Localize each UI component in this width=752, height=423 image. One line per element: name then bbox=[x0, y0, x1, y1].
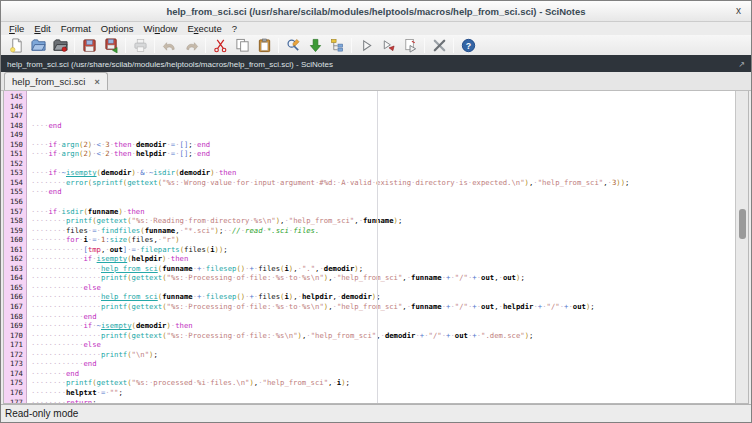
line-number: 167 bbox=[4, 302, 23, 312]
find-replace-button[interactable] bbox=[282, 36, 304, 55]
menu-format[interactable]: Format bbox=[56, 22, 96, 35]
code-line[interactable]: ····if·argn(2)·<·2·then·helpdir·=·[];·en… bbox=[31, 149, 735, 159]
code-line[interactable]: ····end bbox=[31, 187, 735, 197]
find-replace-icon bbox=[286, 38, 301, 53]
status-text: Read-only mode bbox=[5, 408, 78, 419]
code-line[interactable]: ············end bbox=[31, 312, 735, 322]
window-close-button[interactable]: x bbox=[736, 4, 741, 18]
code-line[interactable]: ····if·argn(2)·<·3·then·demodir·=·[];·en… bbox=[31, 140, 735, 150]
code-line[interactable]: ············else bbox=[31, 340, 735, 350]
code-line[interactable]: ················help_from_sci(funname·+·… bbox=[31, 292, 735, 302]
toolbar-separator bbox=[125, 38, 126, 53]
frame-titlebar: help_from_sci.sci (/usr/share/scilab/mod… bbox=[1, 56, 751, 72]
code-line[interactable]: ············if·isempty(helpdir)·then bbox=[31, 254, 735, 264]
code-navigator-button[interactable] bbox=[326, 36, 348, 55]
line-number: 149 bbox=[4, 130, 23, 140]
print-button[interactable] bbox=[129, 36, 151, 55]
preferences-button[interactable] bbox=[428, 36, 450, 55]
paste-icon bbox=[257, 38, 272, 53]
menu-file[interactable]: File bbox=[4, 22, 29, 35]
code-line[interactable]: ············if·~isempty(demodir)·then bbox=[31, 321, 735, 331]
line-number: 146 bbox=[4, 102, 23, 112]
redo-icon bbox=[184, 38, 199, 53]
code-line[interactable]: ········return; bbox=[31, 398, 735, 404]
code-line[interactable]: ················printf(gettext("%s:·Proc… bbox=[31, 273, 735, 283]
line-number: 161 bbox=[4, 245, 23, 255]
toolbar-separator bbox=[351, 38, 352, 53]
line-number: 151 bbox=[4, 149, 23, 159]
help-icon: ? bbox=[461, 38, 476, 53]
code-line[interactable]: ············else bbox=[31, 283, 735, 293]
code-line[interactable]: ········printf(gettext("%s:·Reading·from… bbox=[31, 216, 735, 226]
code-line[interactable]: ········helptxt·=·""; bbox=[31, 388, 735, 398]
paste-button[interactable] bbox=[253, 36, 275, 55]
line-number: 158 bbox=[4, 216, 23, 226]
vertical-scrollbar[interactable] bbox=[735, 91, 748, 403]
line-number: 147 bbox=[4, 111, 23, 121]
line-number: 169 bbox=[4, 321, 23, 331]
code-line[interactable]: ········end bbox=[31, 369, 735, 379]
code-line[interactable]: ················printf(gettext("%s:·Proc… bbox=[31, 302, 735, 312]
copy-button[interactable] bbox=[231, 36, 253, 55]
cut-button[interactable] bbox=[209, 36, 231, 55]
code-line[interactable]: ················printf(gettext("%s:·Proc… bbox=[31, 331, 735, 341]
undo-icon bbox=[162, 38, 177, 53]
tab-close-icon[interactable]: × bbox=[94, 77, 99, 87]
code-line[interactable]: ········files·=·findfiles(funname,·"*.sc… bbox=[31, 226, 735, 236]
menu-help[interactable]: ? bbox=[227, 22, 242, 35]
save-as-button[interactable] bbox=[100, 36, 122, 55]
code-line[interactable]: ············[tmp,·out]·=·fileparts(files… bbox=[31, 245, 735, 255]
code-line[interactable]: ········for·i·=·1:size(files,·"r") bbox=[31, 235, 735, 245]
execute-file-button[interactable] bbox=[355, 36, 377, 55]
open-in-scilab-button[interactable] bbox=[49, 36, 71, 55]
code-line[interactable]: ········error(sprintf(gettext("%s:·Wrong… bbox=[31, 178, 735, 188]
copy-icon bbox=[235, 38, 250, 53]
line-number: 162 bbox=[4, 254, 23, 264]
undo-button[interactable] bbox=[158, 36, 180, 55]
toolbar-separator bbox=[205, 38, 206, 53]
line-number: 165 bbox=[4, 283, 23, 293]
line-number: 175 bbox=[4, 378, 23, 388]
code-line[interactable] bbox=[31, 159, 735, 169]
redo-button[interactable] bbox=[180, 36, 202, 55]
new-file-button[interactable] bbox=[5, 36, 27, 55]
cut-icon bbox=[213, 38, 228, 53]
save-as-icon bbox=[104, 38, 119, 53]
open-file-button[interactable] bbox=[27, 36, 49, 55]
menu-options[interactable]: Options bbox=[96, 22, 139, 35]
code-line[interactable]: ········printf(gettext("%s:·processed·%i… bbox=[31, 378, 735, 388]
line-number: 157 bbox=[4, 207, 23, 217]
help-button[interactable]: ? bbox=[457, 36, 479, 55]
code-line[interactable]: ················printf("\n"); bbox=[31, 350, 735, 360]
tab-help-from-sci[interactable]: help_from_sci.sci × bbox=[4, 72, 108, 90]
menu-window[interactable]: Window bbox=[139, 22, 183, 35]
load-into-scilab-icon bbox=[308, 38, 323, 53]
toolbar-separator bbox=[424, 38, 425, 53]
save-button[interactable] bbox=[78, 36, 100, 55]
line-number: 150 bbox=[4, 140, 23, 150]
code-line[interactable]: ····if·~isempty(demodir)·&·~isdir(demodi… bbox=[31, 168, 735, 178]
execute-file-icon bbox=[359, 38, 374, 53]
line-number: 160 bbox=[4, 235, 23, 245]
toolbar: ? bbox=[1, 35, 751, 56]
line-number: 176 bbox=[4, 388, 23, 398]
undock-icon[interactable]: ↗ bbox=[738, 60, 745, 69]
scinotes-window: help_from_sci.sci (/usr/share/scilab/mod… bbox=[0, 0, 752, 423]
scrollbar-thumb[interactable] bbox=[739, 209, 746, 239]
code-area[interactable]: ····end ····if·argn(2)·<·3·then·demodir·… bbox=[27, 91, 735, 403]
code-line[interactable]: ················help_from_sci(funname·+·… bbox=[31, 264, 735, 274]
menu-execute[interactable]: Execute bbox=[182, 22, 226, 35]
load-into-scilab-button[interactable] bbox=[304, 36, 326, 55]
execute-with-echo-button[interactable] bbox=[377, 36, 399, 55]
code-line[interactable] bbox=[31, 130, 735, 140]
code-line[interactable] bbox=[31, 197, 735, 207]
code-line[interactable]: ····if·isdir(funname)·then bbox=[31, 207, 735, 217]
menu-edit[interactable]: Edit bbox=[29, 22, 55, 35]
execute-until-caret-button[interactable] bbox=[399, 36, 421, 55]
code-line[interactable]: ············end bbox=[31, 359, 735, 369]
execute-until-caret-icon bbox=[403, 38, 418, 53]
line-number: 174 bbox=[4, 369, 23, 379]
code-line[interactable]: ····end bbox=[31, 121, 735, 131]
menu-bar: FileEditFormatOptionsWindowExecute? bbox=[1, 22, 751, 35]
frame-title: help_from_sci.sci (/usr/share/scilab/mod… bbox=[7, 60, 738, 69]
